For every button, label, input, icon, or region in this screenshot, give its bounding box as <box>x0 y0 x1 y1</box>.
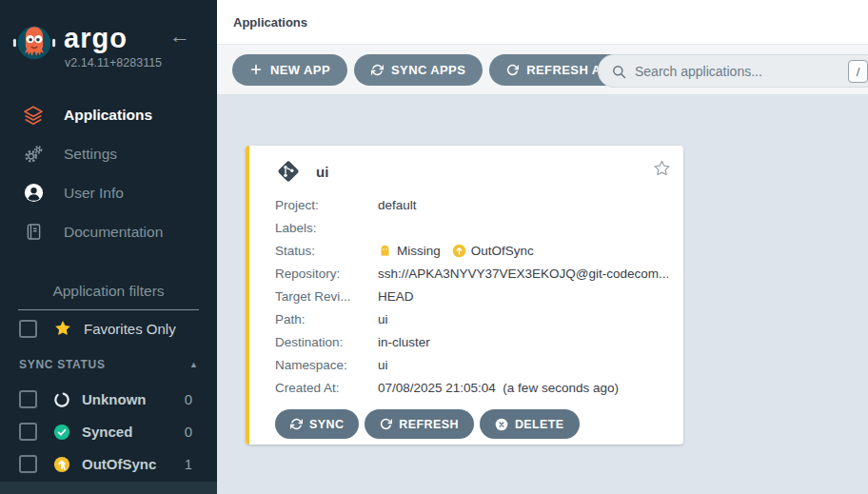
applications-layers-icon <box>21 104 46 127</box>
application-filters-title: Application filters <box>18 283 199 310</box>
refresh-button[interactable]: REFRESH <box>365 409 474 439</box>
health-missing-icon <box>378 244 392 258</box>
main-area: Applications NEW APP SYNC APPS REFRESH A… <box>217 0 868 494</box>
sync-status-section-header: SYNC STATUS ▲ <box>19 358 198 371</box>
outofsync-checkbox[interactable] <box>19 455 37 473</box>
brand-name: argo <box>64 23 128 54</box>
favorites-star-icon <box>53 319 72 338</box>
refresh-label: REFRESH <box>399 418 459 431</box>
new-app-label: NEW APP <box>270 63 330 77</box>
sidebar-nav: Applications Settings User <box>0 95 217 251</box>
row-value: ui <box>378 358 388 372</box>
status-chips: Missing OutOfSync <box>378 244 534 258</box>
sidebar-item-applications[interactable]: Applications <box>0 95 217 134</box>
git-app-icon <box>275 158 302 185</box>
argo-octopus-logo-icon <box>10 20 58 71</box>
row-destination: Destination: in-cluster <box>275 330 668 353</box>
row-value: in-cluster <box>378 335 430 349</box>
search-input[interactable] <box>635 55 839 87</box>
sidebar-item-settings[interactable]: Settings <box>0 134 217 173</box>
new-app-button[interactable]: NEW APP <box>232 54 347 86</box>
outofsync-status-icon <box>53 456 70 473</box>
row-namespace: Namespace: ui <box>275 353 668 376</box>
favorite-star-icon[interactable] <box>653 159 671 177</box>
sync-label: SYNC <box>309 418 344 431</box>
refresh-icon <box>506 64 519 76</box>
filter-label: Unknown <box>82 391 147 407</box>
synced-status-icon <box>53 424 70 441</box>
sync-outofsync-icon <box>452 244 466 258</box>
delete-button[interactable]: DELETE <box>480 409 580 439</box>
sync-status-label: OutOfSync <box>471 244 534 258</box>
page-titlebar: Applications <box>217 0 868 45</box>
sync-status-title: SYNC STATUS <box>19 358 106 371</box>
health-status-label: Missing <box>397 244 441 258</box>
favorites-only-filter[interactable]: Favorites Only <box>19 319 176 338</box>
sidebar-bottom-strip <box>0 482 217 494</box>
collapse-sidebar-icon[interactable]: ← <box>169 24 190 49</box>
sync-icon <box>371 64 384 76</box>
row-label: Target Revi... <box>275 289 378 304</box>
plus-icon <box>249 63 263 76</box>
row-repository: Repository: ssh://APKA3NYVY37VEX3EKOJQ@g… <box>275 262 668 285</box>
sidebar-item-label: Settings <box>64 146 117 163</box>
row-label: Status: <box>275 244 378 258</box>
row-labels: Labels: <box>275 216 668 239</box>
breadcrumb: Applications <box>233 15 307 30</box>
application-card-ui[interactable]: ui Project: default Labels: Status: <box>246 146 683 445</box>
slash-shortcut-key: / <box>848 60 868 83</box>
row-label: Namespace: <box>275 358 378 372</box>
row-created-at: Created At: 07/08/2025 21:05:04 (a few s… <box>275 376 668 399</box>
search-box: / <box>598 54 868 88</box>
filter-count: 0 <box>185 424 200 440</box>
unknown-checkbox[interactable] <box>19 390 37 408</box>
unknown-status-icon <box>53 391 70 408</box>
filter-unknown[interactable]: Unknown 0 <box>19 390 200 408</box>
row-label: Path: <box>275 312 378 326</box>
delete-label: DELETE <box>515 418 564 431</box>
row-value: default <box>378 198 417 212</box>
sidebar-item-user-info[interactable]: User Info <box>0 173 217 212</box>
collapse-section-icon[interactable]: ▲ <box>189 360 198 369</box>
card-actions: SYNC REFRESH DELETE <box>246 399 683 439</box>
app-name: ui <box>316 164 328 180</box>
sidebar-item-label: User Info <box>64 185 124 202</box>
favorites-only-label: Favorites Only <box>84 321 176 337</box>
sidebar-item-documentation[interactable]: Documentation <box>0 212 217 251</box>
sidebar-item-label: Applications <box>64 107 152 124</box>
row-value: HEAD <box>378 289 414 304</box>
row-label: Created At: <box>275 381 378 395</box>
synced-checkbox[interactable] <box>19 423 37 441</box>
sync-button[interactable]: SYNC <box>275 409 359 439</box>
filter-synced[interactable]: Synced 0 <box>19 423 200 441</box>
row-label: Destination: <box>275 335 378 349</box>
filter-count: 1 <box>185 456 200 472</box>
row-value: ssh://APKA3NYVY37VEX3EKOJQ@git-codecom..… <box>378 267 668 281</box>
row-project: Project: default <box>275 193 668 216</box>
row-label: Labels: <box>275 221 378 235</box>
version-label: v2.14.11+8283115 <box>65 56 162 69</box>
filter-label: OutOfSync <box>82 456 156 472</box>
card-rows: Project: default Labels: Status: <box>246 185 683 399</box>
sidebar-item-label: Documentation <box>64 224 163 241</box>
sync-apps-button[interactable]: SYNC APPS <box>354 54 483 86</box>
row-target-revision: Target Revi... HEAD <box>275 285 668 307</box>
row-label: Project: <box>275 198 378 212</box>
filter-label: Synced <box>82 424 132 440</box>
search-icon <box>611 64 627 84</box>
favorites-checkbox[interactable] <box>19 320 37 338</box>
filter-outofsync[interactable]: OutOfSync 1 <box>19 455 200 473</box>
sync-apps-label: SYNC APPS <box>391 63 465 77</box>
row-value: ui <box>378 312 388 326</box>
filter-count: 0 <box>185 391 200 407</box>
applications-list: ui Project: default Labels: Status: <box>217 95 868 494</box>
book-icon <box>21 222 46 242</box>
sync-icon <box>290 418 303 430</box>
row-value: 07/08/2025 21:05:04 (a few seconds ago) <box>378 381 619 395</box>
refresh-icon <box>380 418 392 430</box>
user-icon <box>21 182 46 204</box>
sidebar: argo v2.14.11+8283115 ← Applications <box>0 0 217 494</box>
card-header: ui <box>246 146 683 185</box>
row-status: Status: Missing <box>275 239 668 262</box>
row-path: Path: ui <box>275 307 668 330</box>
